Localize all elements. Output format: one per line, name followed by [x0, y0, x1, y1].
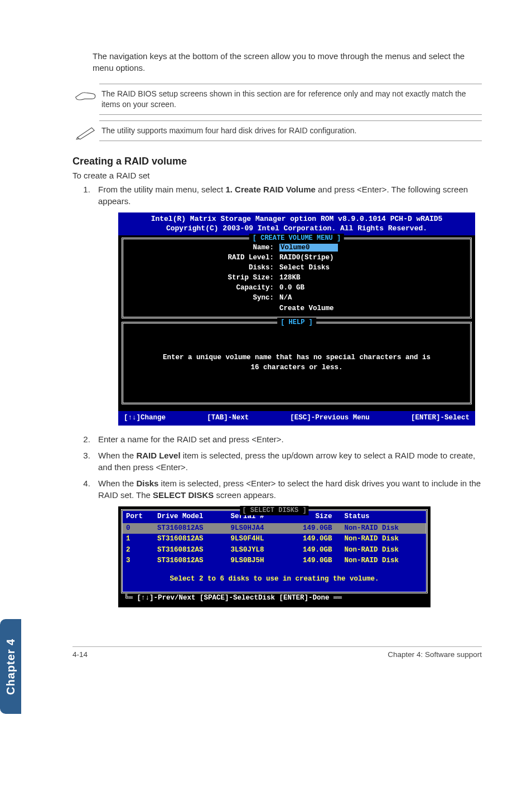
table-row[interactable]: 2ST3160812AS3LS0JYL8149.0GBNon-RAID Disk	[123, 545, 426, 556]
pen-icon	[72, 120, 99, 141]
step-4: When the Disks item is selected, press <…	[93, 477, 482, 607]
help-line2: 16 characters or less.	[163, 363, 431, 373]
value-strip-size[interactable]: 128KB	[279, 273, 301, 283]
footer-next: [TAB]-Next	[207, 413, 249, 423]
bios-create-volume-frame: [ CREATE VOLUME MENU ] Name:Volume0 RAID…	[122, 238, 472, 318]
footer-select: [ENTER]-Select	[411, 413, 470, 423]
col-status: Status	[341, 511, 426, 523]
bios-help-frame: [ HELP ] Enter a unique volume name that…	[122, 322, 472, 404]
note-text-2: The utility supports maximum four hard d…	[99, 120, 482, 141]
step-3: When the RAID Level item is selected, pr…	[93, 450, 482, 473]
bios2-footer: ╚═ [↑↓]-Prev/Next [SPACE]-SelectDisk [EN…	[121, 593, 428, 605]
step-1: From the utility main menu, select 1. Cr…	[93, 183, 482, 426]
create-volume-action[interactable]: Create Volume	[279, 303, 334, 313]
bios-header-line1: Intel(R) Matrix Storage Manager option R…	[118, 214, 475, 224]
step4-bold1: Disks	[136, 479, 158, 488]
step1-bold: 1. Create RAID Volume	[225, 185, 315, 194]
footer-prev: [ESC]-Previous Menu	[290, 413, 370, 423]
col-model: Drive Model	[154, 511, 228, 523]
page-footer: 4-14 Chapter 4: Software support	[72, 646, 482, 659]
chapter-tab: Chapter 4	[0, 619, 21, 675]
section-title: Creating a RAID volume	[72, 156, 482, 167]
value-disks[interactable]: Select Disks	[279, 263, 330, 273]
steps-list: From the utility main menu, select 1. Cr…	[72, 183, 482, 607]
bios-header-line2: Copyright(C) 2003-09 Intel Corporation. …	[118, 224, 475, 234]
value-raid-level[interactable]: RAID0(Stripe)	[279, 253, 334, 263]
bios-frame1-title: [ CREATE VOLUME MENU ]	[249, 234, 344, 243]
label-sync: Sync:	[129, 293, 279, 303]
label-disks: Disks:	[129, 263, 279, 273]
note-block-1: The RAID BIOS setup screens shown in thi…	[72, 84, 482, 115]
bios-footer: [↑↓]Change [TAB]-Next [ESC]-Previous Men…	[118, 411, 475, 426]
disk-table: Port Drive Model Serial # Size Status 0S…	[123, 511, 426, 567]
step1-prefix: From the utility main menu, select	[98, 185, 225, 194]
footer-change: [↑↓]Change	[124, 413, 166, 423]
table-row[interactable]: 3ST3160812AS9LS0BJ5H149.0GBNon-RAID Disk	[123, 555, 426, 567]
help-line1: Enter a unique volume name that has no s…	[163, 353, 431, 363]
step3-prefix: When the	[98, 451, 136, 460]
step4-bold2: SELECT DISKS	[153, 490, 214, 500]
page-number: 4-14	[72, 650, 88, 659]
value-capacity[interactable]: 0.0 GB	[279, 283, 304, 293]
table-row[interactable]: 1ST3160812AS9LS0F4HL149.0GBNon-RAID Disk	[123, 534, 426, 545]
sub-intro: To create a RAID set	[72, 171, 482, 180]
step4-prefix: When the	[98, 479, 136, 488]
bios2-title: [ SELECT DISKS ]	[240, 506, 308, 515]
bios-select-disks-screen: [ SELECT DISKS ] Port Drive Model Serial…	[118, 506, 431, 607]
value-name-pad	[311, 244, 338, 252]
value-name[interactable]: Volume0	[279, 244, 311, 252]
label-raid-level: RAID Level:	[129, 253, 279, 263]
label-name: Name:	[129, 243, 279, 253]
note-block-2: The utility supports maximum four hard d…	[72, 120, 482, 141]
col-port: Port	[123, 511, 154, 523]
intro-paragraph: The navigation keys at the bottom of the…	[93, 50, 482, 74]
bios-header: Intel(R) Matrix Storage Manager option R…	[118, 212, 475, 235]
hand-icon	[72, 84, 99, 104]
bios2-msg: Select 2 to 6 disks to use in creating t…	[123, 567, 426, 592]
value-sync: N/A	[279, 293, 292, 303]
label-capacity: Capacity:	[129, 283, 279, 293]
label-strip-size: Strip Size:	[129, 273, 279, 283]
step-2: Enter a name for the RAID set and press …	[93, 433, 482, 445]
bios-create-volume-screen: Intel(R) Matrix Storage Manager option R…	[118, 212, 475, 426]
table-row[interactable]: 0ST3160812AS9LS0HJA4149.0GBNon-RAID Disk	[123, 523, 426, 534]
step4-suffix: screen appears.	[214, 490, 276, 500]
chapter-label: Chapter 4: Software support	[388, 650, 482, 659]
note-text-1: The RAID BIOS setup screens shown in thi…	[99, 84, 482, 115]
bios-frame2-title: [ HELP ]	[277, 318, 316, 327]
step3-bold: RAID Level	[136, 451, 180, 460]
